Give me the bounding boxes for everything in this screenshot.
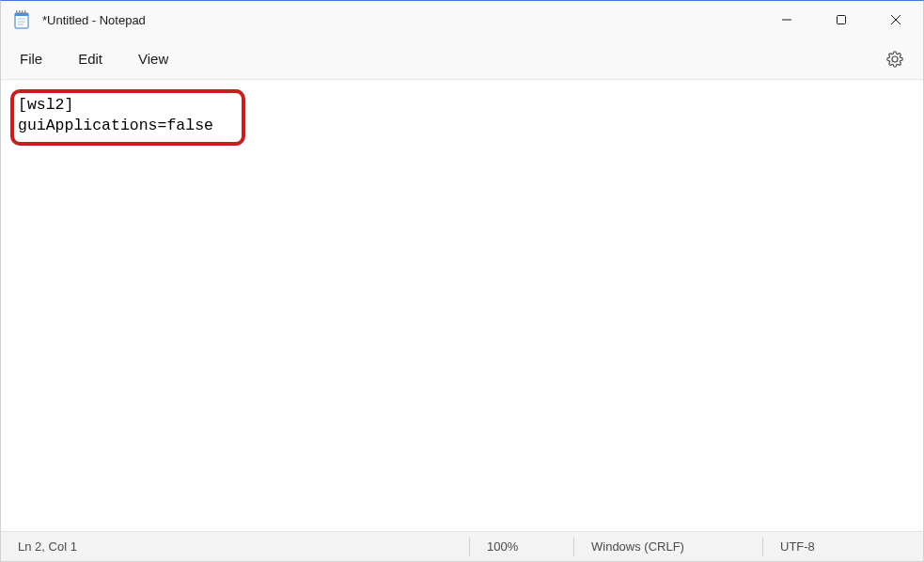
svg-rect-7 — [22, 10, 23, 14]
svg-rect-10 — [838, 16, 846, 24]
window-controls — [760, 1, 923, 39]
menu-file[interactable]: File — [8, 45, 54, 72]
notepad-icon — [14, 10, 29, 29]
menu-view[interactable]: View — [127, 45, 180, 72]
window-title: *Untitled - Notepad — [42, 13, 760, 27]
gear-icon — [886, 51, 903, 68]
svg-rect-5 — [16, 10, 17, 14]
svg-rect-8 — [24, 10, 25, 14]
svg-rect-6 — [19, 10, 20, 14]
settings-button[interactable] — [878, 42, 912, 76]
maximize-button[interactable] — [814, 1, 869, 39]
editor-area[interactable]: [wsl2] guiApplications=false — [1, 80, 923, 531]
status-position: Ln 2, Col 1 — [1, 532, 469, 561]
close-button[interactable] — [869, 1, 923, 39]
menu-edit[interactable]: Edit — [67, 45, 114, 72]
minimize-button[interactable] — [760, 1, 814, 39]
menubar: File Edit View — [1, 39, 923, 80]
status-encoding: UTF-8 — [763, 532, 876, 561]
titlebar: *Untitled - Notepad — [1, 1, 923, 39]
statusbar: Ln 2, Col 1 100% Windows (CRLF) UTF-8 — [1, 531, 923, 561]
status-zoom[interactable]: 100% — [470, 532, 573, 561]
status-line-ending: Windows (CRLF) — [574, 532, 762, 561]
text-editor[interactable]: [wsl2] guiApplications=false — [18, 95, 923, 136]
